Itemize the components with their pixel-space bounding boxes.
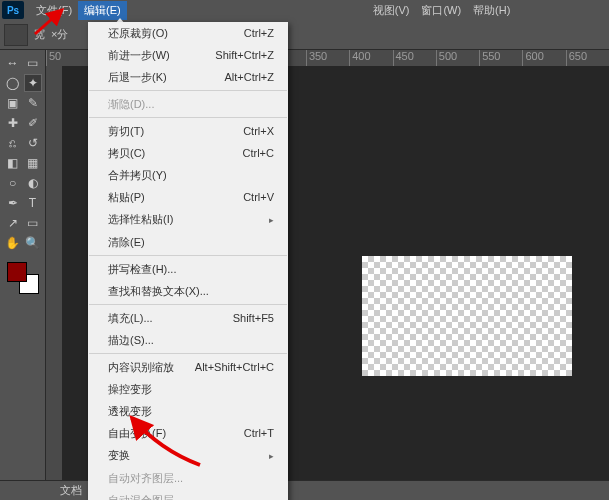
menu-item-label: 后退一步(K) xyxy=(108,69,167,85)
path-tool-icon[interactable]: ↗ xyxy=(4,214,22,232)
menu-item-13[interactable]: 拼写检查(H)... xyxy=(88,258,288,280)
menu-item-4: 渐隐(D)... xyxy=(88,93,288,115)
menu-item-label: 渐隐(D)... xyxy=(108,96,154,112)
menu-item-label: 拼写检查(H)... xyxy=(108,261,176,277)
crop-tool-icon[interactable]: ▣ xyxy=(4,94,22,112)
menu-item-17[interactable]: 描边(S)... xyxy=(88,329,288,351)
eraser-tool-icon[interactable]: ◧ xyxy=(4,154,22,172)
menu-item-shortcut: Ctrl+V xyxy=(243,189,274,205)
menu-item-label: 选择性粘贴(I) xyxy=(108,211,173,228)
brush-tool-icon[interactable]: ✐ xyxy=(24,114,42,132)
zoom-tool-icon[interactable]: 🔍 xyxy=(24,234,42,252)
ruler-tick: 650 xyxy=(566,50,609,66)
options-label-1: 宽 xyxy=(34,27,45,42)
menu-item-8[interactable]: 合并拷贝(Y) xyxy=(88,164,288,186)
wand-tool-icon[interactable]: ✦ xyxy=(24,74,42,92)
menu-item-shortcut: Ctrl+X xyxy=(243,123,274,139)
ruler-tick: 550 xyxy=(479,50,522,66)
menu-item-shortcut: Alt+Ctrl+Z xyxy=(224,69,274,85)
menu-item-label: 自由变换(F) xyxy=(108,425,166,441)
menu-item-23[interactable]: 变换 xyxy=(88,444,288,467)
menu-item-label: 清除(E) xyxy=(108,234,145,250)
foreground-color-swatch[interactable] xyxy=(7,262,27,282)
menu-item-label: 操控变形 xyxy=(108,381,152,397)
menu-item-shortcut: Shift+Ctrl+Z xyxy=(215,47,274,63)
menu-item-21[interactable]: 透视变形 xyxy=(88,400,288,422)
menu-item-7[interactable]: 拷贝(C)Ctrl+C xyxy=(88,142,288,164)
gradient-tool-icon[interactable]: ▦ xyxy=(24,154,42,172)
menu-item-label: 填充(L)... xyxy=(108,310,153,326)
status-doc-label: 文档 xyxy=(60,483,82,498)
hand-tool-icon[interactable]: ✋ xyxy=(4,234,22,252)
type-tool-icon[interactable]: T xyxy=(24,194,42,212)
ruler-tick: 350 xyxy=(306,50,349,66)
tools-panel: ↔▭ ◯✦ ▣✎ ✚✐ ⎌↺ ◧▦ ○◐ ✒T ↗▭ ✋🔍 xyxy=(0,50,46,480)
ruler-tick: 600 xyxy=(522,50,565,66)
eyedropper-tool-icon[interactable]: ✎ xyxy=(24,94,42,112)
color-swatches[interactable] xyxy=(7,262,39,294)
menu-file[interactable]: 文件(F) xyxy=(30,1,78,20)
menu-item-22[interactable]: 自由变换(F)Ctrl+T xyxy=(88,422,288,444)
menu-edit[interactable]: 编辑(E) xyxy=(78,1,127,20)
menu-item-label: 前进一步(W) xyxy=(108,47,170,63)
menu-item-label: 还原裁剪(O) xyxy=(108,25,168,41)
menu-item-16[interactable]: 填充(L)...Shift+F5 xyxy=(88,307,288,329)
menu-item-11[interactable]: 清除(E) xyxy=(88,231,288,253)
menu-separator xyxy=(89,304,287,305)
menu-item-shortcut: Ctrl+C xyxy=(243,145,274,161)
menubar: Ps 文件(F) 编辑(E) 视图(V) 窗口(W) 帮助(H) xyxy=(0,0,609,20)
menu-item-label: 粘贴(P) xyxy=(108,189,145,205)
move-tool-icon[interactable]: ↔ xyxy=(4,54,22,72)
lasso-tool-icon[interactable]: ◯ xyxy=(4,74,22,92)
menu-separator xyxy=(89,117,287,118)
menu-item-shortcut: Ctrl+T xyxy=(244,425,274,441)
pen-tool-icon[interactable]: ✒ xyxy=(4,194,22,212)
menu-separator xyxy=(89,90,287,91)
ruler-tick: 500 xyxy=(436,50,479,66)
menu-separator xyxy=(89,353,287,354)
blur-tool-icon[interactable]: ○ xyxy=(4,174,22,192)
options-label-2: ×分 xyxy=(51,27,68,42)
menu-separator xyxy=(89,255,287,256)
app-logo: Ps xyxy=(2,1,24,19)
menu-item-2[interactable]: 后退一步(K)Alt+Ctrl+Z xyxy=(88,66,288,88)
ruler-vertical xyxy=(46,66,62,480)
menu-item-19[interactable]: 内容识别缩放Alt+Shift+Ctrl+C xyxy=(88,356,288,378)
shape-tool-icon[interactable]: ▭ xyxy=(24,214,42,232)
menu-item-label: 透视变形 xyxy=(108,403,152,419)
menu-item-14[interactable]: 查找和替换文本(X)... xyxy=(88,280,288,302)
heal-tool-icon[interactable]: ✚ xyxy=(4,114,22,132)
tool-preset-button[interactable] xyxy=(4,24,28,46)
menu-item-label: 剪切(T) xyxy=(108,123,144,139)
edit-menu-dropdown: 还原裁剪(O)Ctrl+Z前进一步(W)Shift+Ctrl+Z后退一步(K)A… xyxy=(88,22,288,500)
menu-item-9[interactable]: 粘贴(P)Ctrl+V xyxy=(88,186,288,208)
dodge-tool-icon[interactable]: ◐ xyxy=(24,174,42,192)
document-canvas[interactable] xyxy=(362,256,572,376)
menu-item-label: 拷贝(C) xyxy=(108,145,145,161)
menu-item-label: 变换 xyxy=(108,447,130,464)
history-tool-icon[interactable]: ↺ xyxy=(24,134,42,152)
menu-item-20[interactable]: 操控变形 xyxy=(88,378,288,400)
menu-window[interactable]: 窗口(W) xyxy=(415,1,467,20)
menu-help[interactable]: 帮助(H) xyxy=(467,1,516,20)
menu-item-0[interactable]: 还原裁剪(O)Ctrl+Z xyxy=(88,22,288,44)
menu-item-label: 自动混合图层... xyxy=(108,492,183,500)
menu-item-1[interactable]: 前进一步(W)Shift+Ctrl+Z xyxy=(88,44,288,66)
marquee-tool-icon[interactable]: ▭ xyxy=(24,54,42,72)
ruler-tick: 450 xyxy=(393,50,436,66)
menu-item-shortcut: Ctrl+Z xyxy=(244,25,274,41)
menu-item-24: 自动对齐图层... xyxy=(88,467,288,489)
menu-item-10[interactable]: 选择性粘贴(I) xyxy=(88,208,288,231)
ruler-tick: 400 xyxy=(349,50,392,66)
menu-view[interactable]: 视图(V) xyxy=(367,1,416,20)
menu-item-label: 描边(S)... xyxy=(108,332,154,348)
stamp-tool-icon[interactable]: ⎌ xyxy=(4,134,22,152)
menu-item-label: 内容识别缩放 xyxy=(108,359,174,375)
menu-item-25: 自动混合图层... xyxy=(88,489,288,500)
ruler-tick: 50 xyxy=(46,50,89,66)
menu-item-6[interactable]: 剪切(T)Ctrl+X xyxy=(88,120,288,142)
menu-item-shortcut: Shift+F5 xyxy=(233,310,274,326)
submenu-arrow-icon xyxy=(269,211,274,228)
menu-item-label: 自动对齐图层... xyxy=(108,470,183,486)
menu-item-label: 合并拷贝(Y) xyxy=(108,167,167,183)
